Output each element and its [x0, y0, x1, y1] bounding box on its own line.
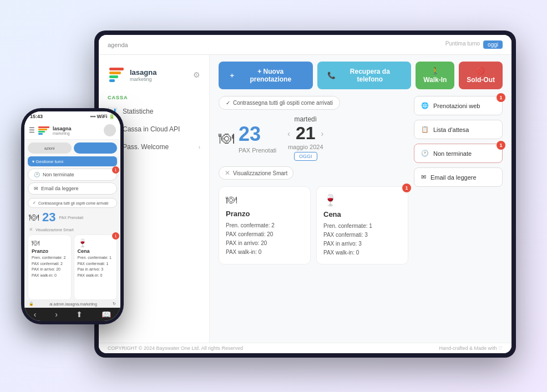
cena-stat-4: PAX walk-in: 0 [323, 248, 401, 257]
phone-cena-badge: 1 [112, 232, 119, 240]
recover-button[interactable]: 📞 Recupera da telefono [317, 62, 412, 89]
action-buttons-row: ＋ + Nuova prenotazione 📞 Recupera da tel… [219, 62, 503, 89]
pax-label: PAX Prenotati [239, 147, 276, 154]
logo-icon [108, 66, 125, 84]
phone-check-icon: ✓ [33, 201, 36, 205]
hamburger-icon[interactable]: ☰ [29, 126, 35, 134]
tablet-screen: agenda Puntima turno oggi lasagna [99, 35, 511, 353]
sold-out-label: Sold-Out [467, 76, 495, 84]
phone-pranzo-s1: Pren. confermate: 2 [32, 255, 68, 261]
phone-bookmarks-button[interactable]: 📖 [102, 310, 111, 319]
phone-cena-s2: PAX confermati: 1 [78, 261, 114, 267]
settings-icon[interactable]: ⚙ [193, 70, 200, 79]
email-da-leggere-label: Email da leggere [430, 174, 477, 181]
pranzo-title: Pranzo [226, 210, 303, 218]
phone-email-button[interactable]: ✉ Email da leggere [28, 182, 117, 195]
sidebar-logo: lasagna marketing ⚙ [99, 62, 209, 91]
prenotazioni-web-label: Prenotazioni web [433, 103, 480, 109]
phone-forward-button[interactable]: › [55, 310, 58, 319]
new-booking-label: + Nuova prenotazione [239, 68, 303, 83]
tablet-address: agenda [108, 42, 445, 48]
logo-bar-1 [109, 68, 124, 70]
phone-reload-icon[interactable]: ↻ [113, 302, 116, 306]
chevron-right-icon: › [199, 144, 200, 150]
date-nav: martedì ‹ 21 › maggio 2024 OGGI [287, 115, 323, 161]
phone-smart-toggle: ✕ Visualizzazione Smart [24, 227, 120, 235]
phone-url-icon: 🔒 [29, 302, 34, 306]
phone-pranzo-card: 🍽 Pranzo Pren. confermate: 2 PAX conferm… [28, 235, 72, 300]
phone-pranzo-s3: PAX in arrivo: 20 [32, 267, 68, 273]
phone-url-bar: 🔒 ai.admin.lasagna.marketing ↻ [24, 300, 120, 308]
soldout-icon: 🚫 [477, 67, 485, 75]
new-booking-button[interactable]: ＋ + Nuova prenotazione [219, 62, 313, 89]
nav-left-label: Puntima turno [445, 40, 480, 49]
phone-header: ☰ lasagna marketing [24, 121, 120, 140]
walk-icon: 🚶 [431, 67, 439, 75]
prenotazioni-web-button[interactable]: 🌐 Prenotazioni web 1 [414, 96, 503, 115]
nav-today-btn[interactable]: oggi [483, 40, 503, 49]
tablet-device: agenda Puntima turno oggi lasagna [94, 30, 516, 358]
logo-bar-3 [109, 75, 118, 78]
pranzo-stat-1: Pren. confermate: 2 [226, 221, 303, 230]
phone-cena-icon: 🍷 [78, 238, 114, 247]
cena-card: 1 🍷 Cena Pren. confermate: 1 PAX conferm… [316, 186, 408, 264]
cena-title: Cena [323, 210, 401, 218]
phone-select[interactable]: ▾ Gestione turni [28, 156, 117, 166]
logo-text-block: lasagna marketing [130, 68, 156, 82]
phone-non-terminate-button[interactable]: 🕐 Non terminate 1 [28, 169, 117, 181]
phone-back-button[interactable]: ‹ [34, 310, 37, 319]
date-month-year: maggio 2024 [288, 144, 323, 150]
pranzo-stat-2: PAX confermati: 20 [226, 230, 303, 239]
logo-name: lasagna [130, 68, 156, 77]
smart-view-label: Visualizzazione Smart [233, 170, 287, 176]
globe-icon: 🌐 [421, 102, 429, 109]
phone-nav-btn-2[interactable] [74, 142, 118, 154]
phone-bottom-bar: ‹ › ⬆ 📖 [24, 308, 120, 321]
mark-all-row: ✓ Contrassegna tutti gli ospiti come arr… [219, 96, 503, 264]
non-terminate-button[interactable]: 🕐 Non terminate 1 [414, 144, 503, 163]
phone-food-icon: 🍽 [29, 212, 39, 223]
phone-screen: 15:43 ▪▪▪ WiFi 🔋 ☰ lasagna marketing azi… [24, 111, 120, 321]
sidebar-label-cassa: Cassa in Cloud API [123, 125, 180, 133]
logo-bar-4 [109, 79, 115, 82]
phone-pax-label-block: PAX Prenotati [59, 216, 83, 220]
phone-app-name: lasagna marketing [53, 126, 72, 135]
smart-view-toggle[interactable]: ✕ Visualizzazione Smart [219, 166, 293, 180]
mark-all-label: Contrassegna tutti gli ospiti come arriv… [233, 100, 333, 106]
tablet-footer: COPYRIGHT © 2024 Bayswater One Ltd. All … [99, 343, 511, 353]
email-icon: ✉ [421, 174, 426, 181]
prev-day-arrow[interactable]: ‹ [287, 129, 290, 138]
phone-non-terminate-badge: 1 [112, 166, 119, 174]
date-weekday: martedì [294, 115, 317, 123]
phone-mark-all-button[interactable]: ✓ Contrassegna tutti gli ospiti come arr… [28, 198, 117, 208]
phone-pax-row: 🍽 23 PAX Prenotati [24, 210, 120, 227]
phone-share-button[interactable]: ⬆ [76, 310, 83, 319]
list-icon: 📋 [421, 126, 429, 133]
phone-nav-buttons: azioni [24, 140, 120, 156]
tablet-top-bar: agenda Puntima turno oggi [99, 35, 511, 55]
pax-info: 23 PAX Prenotati [239, 123, 276, 154]
phone-cena-stats: Pren. confermate: 1 PAX confermati: 1 Pa… [78, 255, 114, 278]
pranzo-card: 🍽 Pranzo Pren. confermate: 2 PAX conferm… [219, 186, 311, 264]
phone-pax-count: 23 [42, 210, 55, 224]
mark-all-button[interactable]: ✓ Contrassegna tutti gli ospiti come arr… [219, 96, 340, 110]
phone-cena-s1: Pren. confermate: 1 [78, 255, 114, 261]
sidebar-label-statistiche: Statistiche [123, 108, 153, 115]
phone-cena-s4: PAX walk-in: 0 [78, 273, 114, 279]
phone-meal-cards: 🍽 Pranzo Pren. confermate: 2 PAX conferm… [24, 235, 120, 300]
lista-attesa-button[interactable]: 📋 Lista d'attesa [414, 120, 503, 139]
phone-logo [38, 126, 49, 135]
pranzo-stat-3: PAX in arrivo: 20 [226, 239, 303, 248]
phone-time: 15:43 [30, 114, 43, 119]
walk-in-button[interactable]: 🚶 Walk-In [416, 62, 454, 89]
phone-pranzo-icon: 🍽 [32, 238, 68, 247]
phone-nav-btn-1[interactable]: azioni [28, 142, 72, 154]
today-button[interactable]: OGGI [294, 152, 317, 161]
sold-out-button[interactable]: 🚫 Sold-Out [459, 62, 503, 89]
phone-email-icon: ✉ [34, 186, 38, 191]
cena-stats: Pren. confermate: 1 PAX confermati: 3 PA… [323, 222, 401, 257]
check-icon: ✓ [226, 100, 230, 106]
next-day-arrow[interactable]: › [321, 129, 324, 138]
logo-bar-2 [109, 72, 121, 74]
email-da-leggere-button[interactable]: ✉ Email da leggere [414, 167, 503, 187]
